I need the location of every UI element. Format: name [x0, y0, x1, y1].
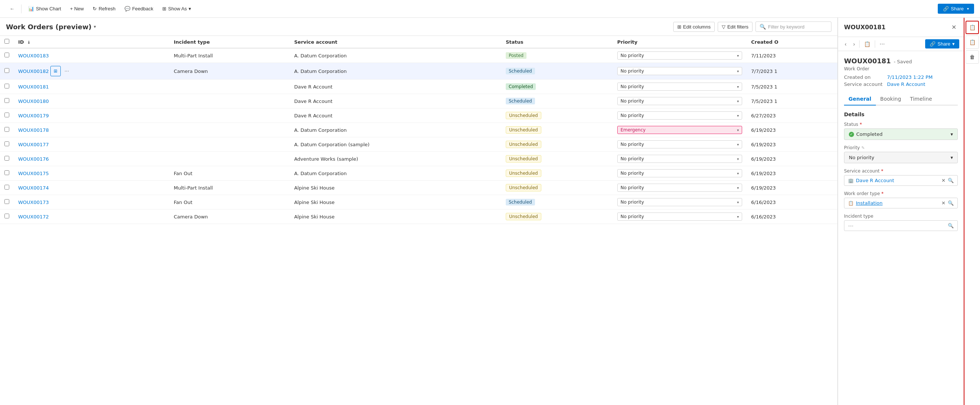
side-icon-button-3[interactable]: 🗑: [966, 50, 979, 64]
side-icon-2: 📋: [969, 39, 975, 45]
refresh-icon: ↻: [92, 6, 97, 11]
show-as-button[interactable]: ⊞ Show As ▾: [159, 4, 195, 13]
incident-type-search-icon[interactable]: 🔍: [948, 223, 954, 229]
row-id-link-8[interactable]: WOUX00175: [18, 171, 49, 176]
tab-general[interactable]: General: [844, 93, 876, 105]
detail-record-icon-button[interactable]: 📋: [862, 40, 873, 49]
column-header-status[interactable]: Status: [501, 36, 613, 48]
priority-edit-icon[interactable]: ✎: [861, 146, 865, 150]
work-order-type-remove-button[interactable]: ✕: [942, 200, 945, 206]
row-priority-dropdown-10[interactable]: No priority ▾: [617, 198, 743, 206]
tab-booking[interactable]: Booking: [876, 93, 906, 105]
row-id-link-11[interactable]: WOUX00172: [18, 214, 49, 219]
row-priority-dropdown-7[interactable]: No priority ▾: [617, 155, 743, 163]
row-id-cell-1: WOUX00182 ⊞ ···: [14, 63, 169, 79]
edit-filters-button[interactable]: ▽ Edit filters: [718, 22, 752, 32]
edit-columns-button[interactable]: ⊞ Edit columns: [673, 22, 715, 32]
status-field-label: Status *: [844, 122, 958, 127]
row-checkbox-7[interactable]: [5, 156, 9, 160]
row-priority-dropdown-6[interactable]: No priority ▾: [617, 140, 743, 148]
column-header-service-account[interactable]: Service account: [290, 36, 501, 48]
row-priority-dropdown-1[interactable]: No priority ▾: [617, 67, 743, 75]
row-checkbox-2[interactable]: [5, 84, 9, 89]
row-priority-dropdown-3[interactable]: No priority ▾: [617, 97, 743, 105]
account-name[interactable]: Dave R Account: [856, 178, 939, 183]
row-checkbox-5[interactable]: [5, 127, 9, 132]
row-action-icon-1[interactable]: ⊞: [50, 66, 61, 76]
row-priority-dropdown-4[interactable]: No priority ▾: [617, 111, 743, 119]
row-id-link-9[interactable]: WOUX00174: [18, 185, 49, 191]
priority-field-value[interactable]: No priority ▾: [844, 152, 958, 163]
service-account-search-icon[interactable]: 🔍: [948, 178, 954, 183]
row-id-link-0[interactable]: WOUX00183: [18, 53, 49, 59]
search-icon: 🔍: [760, 24, 766, 30]
detail-nav-forward-button[interactable]: ›: [851, 40, 858, 49]
row-checkbox-cell: [0, 195, 14, 210]
priority-chevron-icon-5: ▾: [737, 128, 739, 132]
select-all-checkbox[interactable]: [5, 39, 9, 44]
detail-share-button[interactable]: 🔗 Share ▾: [925, 39, 959, 49]
row-id-link-10[interactable]: WOUX00173: [18, 200, 49, 205]
detail-nav-back-button[interactable]: ‹: [843, 40, 849, 49]
status-field-value[interactable]: ✓ Completed ▾: [844, 129, 958, 140]
work-order-type-search-icon[interactable]: 🔍: [948, 200, 954, 206]
row-id-cell-6: WOUX00177: [14, 137, 169, 152]
row-priority-dropdown-2[interactable]: No priority ▾: [617, 83, 743, 91]
work-order-type-name[interactable]: Installation: [856, 200, 939, 206]
row-created-6: 6/19/2023: [746, 137, 837, 152]
row-checkbox-0[interactable]: [5, 52, 9, 57]
row-priority-dropdown-11[interactable]: No priority ▾: [617, 213, 743, 221]
row-created-0: 7/11/2023: [746, 48, 837, 63]
row-checkbox-8[interactable]: [5, 170, 9, 175]
row-incident-type-9: Multi-Part Install: [169, 181, 290, 195]
row-priority-dropdown-8[interactable]: No priority ▾: [617, 169, 743, 177]
feedback-button[interactable]: 💬 Feedback: [121, 4, 157, 13]
column-header-id[interactable]: ID ↓: [14, 36, 169, 48]
side-icon-button-2[interactable]: 📋: [966, 35, 979, 49]
row-checkbox-3[interactable]: [5, 98, 9, 103]
row-checkbox-10[interactable]: [5, 199, 9, 204]
work-order-type-field-group: Work order type * 📋 Installation ✕ 🔍: [844, 191, 958, 208]
service-account-required: *: [881, 168, 883, 174]
row-id-link-3[interactable]: WOUX00180: [18, 98, 49, 104]
row-id-cell-4: WOUX00179: [14, 108, 169, 123]
row-id-link-1[interactable]: WOUX00182: [18, 68, 49, 74]
filter-by-keyword-input[interactable]: [768, 24, 827, 30]
column-header-created[interactable]: Created O: [746, 36, 837, 48]
row-priority-dropdown-0[interactable]: No priority ▾: [617, 51, 743, 60]
incident-type-field-value[interactable]: --- 🔍: [844, 220, 958, 231]
row-priority-dropdown-9[interactable]: No priority ▾: [617, 184, 743, 192]
row-checkbox-cell: [0, 152, 14, 166]
row-checkbox-4[interactable]: [5, 113, 9, 118]
row-priority-value-0: No priority: [620, 53, 644, 58]
share-button-top[interactable]: 🔗 Share ▾: [938, 4, 974, 14]
list-title[interactable]: Work Orders (preview) ▾: [6, 23, 96, 31]
row-checkbox-1[interactable]: [5, 68, 9, 73]
row-id-link-7[interactable]: WOUX00176: [18, 156, 49, 162]
tab-timeline[interactable]: Timeline: [905, 93, 937, 105]
row-checkbox-11[interactable]: [5, 214, 9, 218]
select-all-header[interactable]: [0, 36, 14, 48]
new-button[interactable]: + New: [66, 4, 88, 13]
row-priority-dropdown-5[interactable]: Emergency ▾: [617, 126, 743, 134]
detail-more-button[interactable]: ⋯: [877, 40, 887, 49]
row-id-link-4[interactable]: WOUX00179: [18, 113, 49, 119]
refresh-button[interactable]: ↻ Refresh: [89, 4, 119, 13]
row-id-link-5[interactable]: WOUX00178: [18, 127, 49, 133]
row-dots-menu-1[interactable]: ···: [62, 68, 71, 75]
detail-close-button[interactable]: ✕: [950, 22, 958, 32]
row-checkbox-6[interactable]: [5, 141, 9, 146]
show-chart-button[interactable]: 📊 Show Chart: [24, 4, 65, 13]
row-id-link-6[interactable]: WOUX00177: [18, 142, 49, 147]
row-id-link-2[interactable]: WOUX00181: [18, 84, 49, 90]
side-icon-button-1[interactable]: 📋: [966, 21, 979, 34]
column-header-incident-type[interactable]: Incident type: [169, 36, 290, 48]
row-checkbox-9[interactable]: [5, 185, 9, 189]
service-account-meta-value[interactable]: Dave R Account: [887, 81, 958, 87]
back-icon: ←: [10, 6, 14, 11]
table-row: WOUX00172 Camera Down Alpine Ski House U…: [0, 210, 837, 224]
back-button[interactable]: ←: [6, 4, 18, 13]
service-account-remove-button[interactable]: ✕: [942, 178, 945, 183]
column-header-priority[interactable]: Priority: [613, 36, 747, 48]
row-status-0: Posted: [501, 48, 613, 63]
